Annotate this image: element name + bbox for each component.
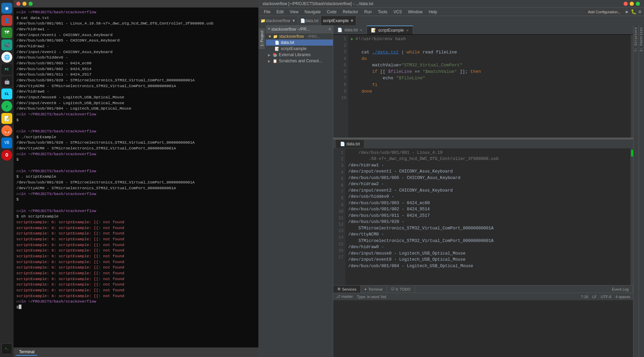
ide-menubar: File Edit View Navigate Code Refactor Ru…: [258, 7, 644, 16]
favorites-tab[interactable]: 2: Favorites: [639, 25, 644, 54]
ide-titlebar: stackoverflow [~/PROJECTS/bash/stackover…: [258, 0, 644, 7]
code-line-5: matchValue="STM32_Virtual_ComPort": [351, 62, 628, 69]
sidebar-tab-project[interactable]: 1: Project: [259, 28, 265, 49]
sidebar-vertical-tabs: 1: Project: [258, 25, 265, 357]
editor-tabs: 📄 data.txt ✕ 📝 scriptExample ✕: [333, 25, 633, 35]
terminal-cursor: [19, 305, 21, 309]
statusbar-encoding[interactable]: UTF-8: [601, 295, 611, 299]
editor-scrollbar[interactable]: [630, 35, 633, 137]
opera-icon[interactable]: O: [1, 150, 12, 161]
terminal-icon[interactable]: >_: [1, 343, 12, 354]
terminal-small-icon: ▸: [365, 287, 367, 291]
code-content-area[interactable]: 1 2 3 4 5 6 7 8 9 10: [333, 35, 633, 137]
ide-close-dot[interactable]: [624, 2, 628, 6]
ide-bottom-tool-tabs: ⚙ Services ▸ Terminal ☑ 6: TODO Event Lo…: [333, 285, 633, 293]
services-tab[interactable]: ⚙ Services: [333, 286, 361, 293]
terminal-tool-tab[interactable]: ▸ Terminal: [361, 286, 387, 293]
close-tab-script[interactable]: ✕: [406, 29, 409, 32]
add-configuration-button[interactable]: Add Configuration...: [585, 9, 624, 15]
code-line-6: if [[ $fileLine == *$matchValue* ]]; the…: [351, 69, 628, 75]
ide-right-sidebar: 7: Structure 2: Favorites: [633, 25, 644, 357]
run-gutter-icon[interactable]: ▶: [351, 36, 353, 43]
tree-item-ext-libraries[interactable]: ▶ 📚 External Libraries: [266, 52, 333, 58]
bottom-tab-datatxt[interactable]: 📄 data.txt: [336, 140, 364, 148]
statusbar-indent[interactable]: 4 spaces: [615, 295, 630, 299]
menu-window[interactable]: Window: [405, 9, 425, 15]
code-line-9: done: [351, 88, 628, 95]
contacts-icon[interactable]: 👤: [1, 15, 12, 26]
firefox-icon[interactable]: 🦊: [1, 125, 12, 136]
bottom-content[interactable]: 1 2 3 4 5 6 7 8 9 10 11 12 13 14: [333, 148, 633, 285]
structure-tab[interactable]: 7: Structure: [633, 25, 639, 54]
tree-item-scratches[interactable]: ▶ 📋 Scratches and Consol...: [266, 58, 333, 64]
notes-icon[interactable]: 📝: [1, 113, 12, 124]
build-button[interactable]: ⚙: [639, 9, 641, 15]
clion-icon[interactable]: CL: [1, 88, 12, 99]
statusbar-git[interactable]: ⎇ master: [336, 294, 353, 299]
bottom-code-text[interactable]: /dev/bus/usb/001/001 - Linux_4.19 .58-v7…: [345, 148, 630, 285]
structure-bar: 7: Structure: [633, 25, 639, 357]
favorites-bar: 2: Favorites: [639, 25, 644, 357]
menu-view[interactable]: View: [287, 9, 301, 15]
todo-tab[interactable]: ☑ 6: TODO: [387, 286, 415, 293]
tree-item-scriptexample[interactable]: 📝 scriptExample: [266, 46, 333, 52]
close-tab-datatxt[interactable]: ✕: [360, 28, 362, 32]
event-log-tab[interactable]: Event Log: [608, 286, 633, 293]
project-tree: ▼ stackoverflow ~/PR... ⚙ ▼ 📁 stackoverf…: [266, 25, 333, 357]
ide-maximize-dot[interactable]: [636, 2, 640, 6]
breadcrumb-datatxt[interactable]: 📄 data.txt: [298, 16, 321, 26]
services-icon: ⚙: [337, 287, 341, 291]
project-header: ▼ stackoverflow ~/PR... ⚙: [266, 25, 333, 33]
menu-navigate[interactable]: Navigate: [302, 9, 323, 15]
close-dot[interactable]: [16, 2, 20, 6]
ide-title: stackoverflow [~/PROJECTS/bash/stackover…: [262, 1, 373, 6]
editor-tab-scriptexample[interactable]: 📝 scriptExample ✕: [367, 26, 413, 34]
menu-vcs[interactable]: VCS: [391, 9, 405, 15]
breakpoint-gutter: [333, 35, 336, 137]
menu-run[interactable]: Run: [361, 9, 374, 15]
run-button[interactable]: ▶: [626, 9, 628, 15]
folder-closed-icon: ▶: [268, 53, 271, 57]
menu-code[interactable]: Code: [324, 9, 339, 15]
breadcrumb-scriptexample[interactable]: scriptExample ▼: [321, 16, 356, 26]
terminal-content[interactable]: oo ln ~/PROJECTS/bash/stackoverflow $ ca…: [14, 7, 258, 347]
terminal-tab[interactable]: Terminal: [16, 349, 37, 356]
menu-help[interactable]: Help: [426, 9, 440, 15]
menu-edit[interactable]: Edit: [274, 9, 286, 15]
finder-icon[interactable]: ◉: [1, 3, 12, 14]
bottom-scrollbar[interactable]: [630, 148, 633, 285]
tree-item-stackoverflow[interactable]: ▼ 📁 stackoverflow ~/PRO...: [266, 33, 333, 39]
term-cmd-cat: $ cat data.txt: [16, 15, 49, 21]
ide-breadcrumbs: 📁 stackoverflow ▼ 📄 data.txt scriptExamp…: [258, 16, 644, 25]
todo-icon: ☑: [391, 287, 394, 291]
debug-button[interactable]: 🐛: [631, 9, 637, 15]
terminal-titlebar: [14, 0, 258, 7]
settings-icon[interactable]: ⚙: [328, 27, 331, 31]
virtualbox-icon[interactable]: VB: [1, 137, 12, 148]
spotify-icon[interactable]: ♪: [1, 101, 12, 112]
minimize-dot[interactable]: [22, 2, 27, 6]
maps-icon[interactable]: 🗺: [1, 27, 12, 38]
ide-minimize-dot[interactable]: [630, 2, 634, 6]
statusbar-right: 7:16 LF UTF-8 4 spaces: [581, 295, 630, 299]
bottom-line-numbers: 1 2 3 4 5 6 7 8 9 10 11 12 13 14: [333, 148, 345, 285]
maximize-dot[interactable]: [29, 2, 33, 6]
editor-tab-datatxt[interactable]: 📄 data.txt ✕: [333, 26, 367, 34]
menu-refactor[interactable]: Refactor: [340, 9, 361, 15]
breadcrumb-stackoverflow[interactable]: 📁 stackoverflow ▼: [258, 16, 298, 26]
code-text-area[interactable]: ▶ #!/usr/bin/env bash cat ./data.txt | w…: [348, 35, 630, 137]
pycharm-icon[interactable]: PC: [1, 64, 12, 75]
android-studio-icon[interactable]: 🤖: [1, 76, 12, 87]
git-icon: ⎇: [336, 294, 340, 298]
tree-item-datatxt[interactable]: 📄 data.txt: [266, 39, 333, 46]
file-icon-script: 📝: [371, 28, 376, 33]
facetime-icon[interactable]: 📹: [1, 39, 12, 50]
statusbar-linesep[interactable]: LF: [592, 295, 597, 299]
menu-tools[interactable]: Tools: [375, 9, 390, 15]
code-line-7: echo "$fileLine": [351, 75, 628, 82]
statusbar-position[interactable]: 7:16: [581, 295, 588, 299]
chrome-icon[interactable]: 🌐: [1, 52, 12, 63]
code-line-1: ▶ #!/usr/bin/env bash: [351, 36, 628, 43]
file-icon: 📄: [275, 40, 279, 45]
menu-file[interactable]: File: [261, 9, 273, 15]
